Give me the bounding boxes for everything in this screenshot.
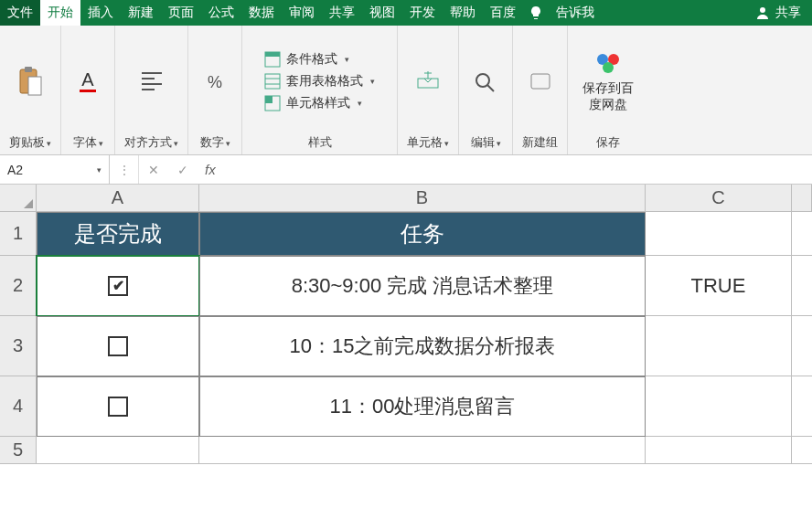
share-button[interactable]: 共享 bbox=[775, 5, 801, 21]
chevron-down-icon[interactable]: ▾ bbox=[345, 55, 349, 64]
cells-label: 单元格 bbox=[407, 135, 443, 149]
tab-formulas[interactable]: 公式 bbox=[201, 0, 241, 26]
cell-c2[interactable]: TRUE bbox=[646, 256, 792, 316]
chevron-down-icon[interactable]: ▾ bbox=[226, 139, 230, 148]
svg-rect-13 bbox=[265, 74, 280, 89]
group-alignment: 对齐方式▾ bbox=[115, 26, 188, 154]
cell-a3[interactable] bbox=[37, 316, 199, 376]
font-label: 字体 bbox=[73, 135, 97, 149]
cell-d5[interactable] bbox=[792, 437, 812, 464]
tell-me[interactable]: 告诉我 bbox=[549, 0, 602, 26]
cell-a1[interactable]: 是否完成 bbox=[37, 212, 199, 256]
cell-b3[interactable]: 10：15之前完成数据分析报表 bbox=[199, 316, 646, 376]
spreadsheet-grid: A B C 1 是否完成 任务 2 ✔ 8:30~9:00 完成 消息话术整理 … bbox=[0, 185, 812, 464]
tab-view[interactable]: 视图 bbox=[362, 0, 402, 26]
cell-a2[interactable]: ✔ bbox=[37, 256, 199, 316]
tab-review[interactable]: 审阅 bbox=[282, 0, 322, 26]
tbl-fmt-icon bbox=[264, 73, 281, 90]
name-box[interactable]: A2 ▾ bbox=[0, 155, 110, 184]
svg-rect-18 bbox=[418, 79, 438, 88]
row-header-5[interactable]: 5 bbox=[0, 437, 37, 464]
svg-rect-12 bbox=[265, 52, 280, 57]
tab-share[interactable]: 共享 bbox=[322, 0, 362, 26]
cell-b2[interactable]: 8:30~9:00 完成 消息话术整理 bbox=[199, 256, 646, 316]
cancel-button[interactable]: ✕ bbox=[139, 155, 168, 184]
group-newgroup: 新建组 bbox=[513, 26, 568, 154]
tab-new[interactable]: 新建 bbox=[121, 0, 161, 26]
formula-input[interactable] bbox=[223, 163, 812, 177]
newgroup-button[interactable] bbox=[523, 68, 558, 95]
checkbox-checked[interactable]: ✔ bbox=[108, 276, 128, 296]
number-button[interactable]: % bbox=[198, 68, 232, 95]
cell-b4[interactable]: 11：00处理消息留言 bbox=[199, 376, 646, 437]
enter-button[interactable]: ✓ bbox=[168, 155, 198, 184]
styles-label: 样式 bbox=[308, 131, 332, 151]
chevron-down-icon[interactable]: ▾ bbox=[370, 77, 375, 86]
clipboard-label: 剪贴板 bbox=[9, 135, 45, 149]
editing-button[interactable] bbox=[468, 68, 503, 95]
tab-baidu[interactable]: 百度 bbox=[483, 0, 523, 26]
chevron-down-icon[interactable]: ▾ bbox=[497, 139, 501, 148]
col-header-d[interactable] bbox=[792, 185, 812, 212]
font-button[interactable]: A bbox=[70, 66, 105, 97]
cell-a5[interactable] bbox=[37, 437, 199, 464]
cell-d1[interactable] bbox=[792, 212, 812, 256]
row-header-4[interactable]: 4 bbox=[0, 376, 37, 437]
formula-bar: A2 ▾ ⋮ ✕ ✓ fx bbox=[0, 155, 812, 185]
group-editing: 编辑▾ bbox=[459, 26, 513, 154]
tab-help[interactable]: 帮助 bbox=[443, 0, 483, 26]
tab-page-layout[interactable]: 页面 bbox=[161, 0, 201, 26]
tab-insert[interactable]: 插入 bbox=[80, 0, 121, 26]
svg-rect-3 bbox=[28, 77, 41, 95]
cell-a4[interactable] bbox=[37, 376, 199, 437]
svg-point-0 bbox=[760, 7, 765, 13]
row-header-1[interactable]: 1 bbox=[0, 212, 37, 256]
svg-point-19 bbox=[476, 74, 489, 87]
cell-b1[interactable]: 任务 bbox=[199, 212, 646, 256]
chevron-down-icon[interactable]: ▾ bbox=[47, 139, 51, 148]
cell-style-icon bbox=[264, 95, 281, 111]
conditional-format-button[interactable]: 条件格式▾ bbox=[264, 51, 349, 68]
svg-rect-5 bbox=[80, 90, 96, 92]
ribbon: 剪贴板▾ A 字体▾ 对齐方式▾ % 数字▾ 条件格式▾ bbox=[0, 26, 812, 155]
svg-rect-17 bbox=[265, 96, 272, 103]
svg-text:%: % bbox=[208, 73, 222, 91]
row-header-2[interactable]: 2 bbox=[0, 256, 37, 316]
group-baidu: 保存到百度网盘 保存 bbox=[568, 26, 648, 154]
checkbox-unchecked[interactable] bbox=[108, 336, 128, 356]
cell-b5[interactable] bbox=[199, 437, 646, 464]
paste-button[interactable] bbox=[14, 64, 47, 99]
user-icon[interactable] bbox=[755, 5, 770, 20]
table-format-button[interactable]: 套用表格格式▾ bbox=[264, 73, 375, 90]
cell-c4[interactable] bbox=[646, 376, 792, 437]
row-header-3[interactable]: 3 bbox=[0, 316, 37, 376]
chevron-down-icon[interactable]: ▾ bbox=[444, 139, 449, 148]
tab-data[interactable]: 数据 bbox=[241, 0, 282, 26]
baidu-save-button[interactable]: 保存到百度网盘 bbox=[577, 48, 639, 115]
group-clipboard: 剪贴板▾ bbox=[0, 26, 61, 154]
cells-button[interactable] bbox=[411, 68, 445, 95]
cell-d3[interactable] bbox=[792, 316, 812, 376]
cell-d2[interactable] bbox=[792, 256, 812, 316]
tab-home[interactable]: 开始 bbox=[40, 0, 80, 26]
fx-label[interactable]: fx bbox=[198, 162, 223, 177]
col-header-a[interactable]: A bbox=[37, 185, 199, 212]
menu-tabs: 文件 开始 插入 新建 页面 公式 数据 审阅 共享 视图 开发 帮助 百度 告… bbox=[0, 0, 812, 26]
tab-file[interactable]: 文件 bbox=[0, 0, 40, 26]
select-all-corner[interactable] bbox=[0, 185, 37, 212]
lightbulb-icon[interactable] bbox=[523, 0, 549, 26]
col-header-c[interactable]: C bbox=[646, 185, 792, 212]
cell-c5[interactable] bbox=[646, 437, 792, 464]
chevron-down-icon[interactable]: ▾ bbox=[97, 165, 102, 175]
cell-c1[interactable] bbox=[646, 212, 792, 256]
tab-developer[interactable]: 开发 bbox=[402, 0, 443, 26]
cell-d4[interactable] bbox=[792, 376, 812, 437]
cell-c3[interactable] bbox=[646, 316, 792, 376]
col-header-b[interactable]: B bbox=[199, 185, 646, 212]
align-button[interactable] bbox=[134, 68, 169, 95]
checkbox-unchecked[interactable] bbox=[108, 397, 128, 417]
chevron-down-icon[interactable]: ▾ bbox=[358, 99, 362, 108]
chevron-down-icon[interactable]: ▾ bbox=[99, 139, 103, 148]
chevron-down-icon[interactable]: ▾ bbox=[174, 139, 178, 148]
cell-style-button[interactable]: 单元格样式▾ bbox=[264, 95, 362, 111]
